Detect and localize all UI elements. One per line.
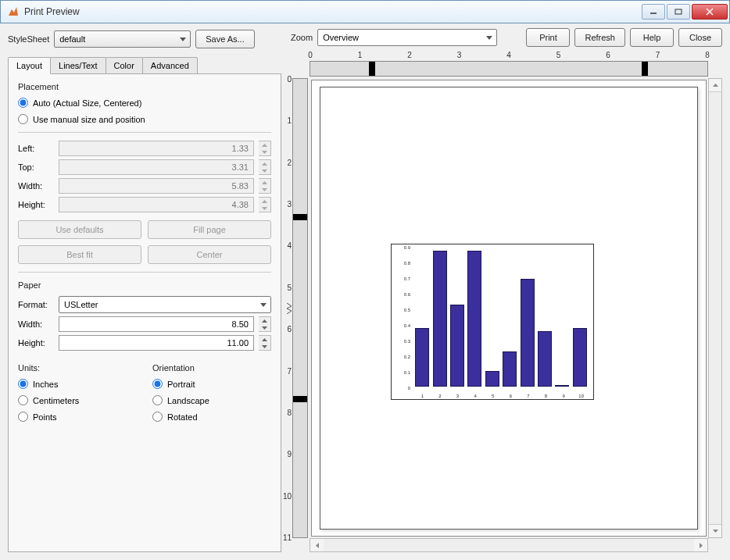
hruler-tick: 1 <box>358 51 363 59</box>
orientation-landscape-radio[interactable] <box>152 395 163 405</box>
chart-ytick: 0 <box>393 386 410 391</box>
placement-manual-radio[interactable] <box>18 114 28 124</box>
orientation-portrait-row[interactable]: Portrait <box>152 379 271 389</box>
refresh-button[interactable]: Refresh <box>574 28 625 47</box>
chart-xtick: 5 <box>492 394 494 398</box>
left-spinner <box>259 141 271 156</box>
help-button[interactable]: Help <box>630 28 674 47</box>
vruler-tick: 6 <box>277 325 292 334</box>
hruler-tick: 4 <box>506 51 511 59</box>
hruler-tick: 7 <box>656 51 660 59</box>
chart-xtick: 9 <box>562 394 564 398</box>
paper-width-spinner[interactable] <box>259 316 271 332</box>
chart-bar <box>555 385 569 387</box>
hruler-tick: 3 <box>457 51 462 59</box>
chart-bar <box>467 251 481 387</box>
vruler-tick: 3 <box>277 200 292 209</box>
tab-advanced[interactable]: Advanced <box>142 57 198 73</box>
center-button: Center <box>148 245 271 264</box>
placement-width-label: Width: <box>18 181 54 191</box>
horizontal-ruler[interactable]: 012345678 <box>310 61 708 77</box>
chart-ytick: 0.1 <box>393 370 410 375</box>
chart-ytick: 0.9 <box>393 245 410 250</box>
print-button[interactable]: Print <box>526 28 570 47</box>
zoom-label: Zoom <box>291 33 313 42</box>
tabs: Layout Lines/Text Color Advanced <box>8 55 281 73</box>
placement-height-field <box>59 197 254 212</box>
paper-format-select[interactable]: USLetter <box>59 296 271 313</box>
save-as-button[interactable]: Save As... <box>195 30 255 48</box>
chart-ytick: 0.7 <box>393 276 410 281</box>
units-cm-row[interactable]: Centimeters <box>18 395 137 405</box>
chart-bar <box>503 351 517 387</box>
vertical-scrollbar[interactable] <box>708 78 722 538</box>
hruler-tick: 6 <box>606 51 610 59</box>
minimize-button[interactable] <box>642 4 665 20</box>
svg-rect-1 <box>675 9 682 14</box>
placement-manual-row[interactable]: Use manual size and position <box>18 114 271 124</box>
left-field <box>59 141 254 156</box>
placement-auto-radio[interactable] <box>18 98 28 108</box>
tab-color[interactable]: Color <box>106 57 143 73</box>
scroll-right-icon[interactable] <box>694 539 707 551</box>
chart-bar <box>538 331 552 387</box>
vruler-tick: 5 <box>277 283 292 291</box>
placement-auto-row[interactable]: Auto (Actual Size, Centered) <box>18 98 271 108</box>
paper-format-label: Format: <box>18 300 54 309</box>
vruler-tick: 7 <box>277 366 292 375</box>
stylesheet-label: StyleSheet <box>8 34 49 44</box>
left-label: Left: <box>18 144 54 153</box>
fill-page-button: Fill page <box>148 220 271 239</box>
paper-width-label: Width: <box>18 319 54 329</box>
chart-bar <box>573 328 587 387</box>
vruler-tick: 8 <box>277 408 292 416</box>
scroll-down-icon[interactable] <box>709 524 721 537</box>
units-points-label: Points <box>33 412 57 422</box>
orientation-rotated-row[interactable]: Rotated <box>152 412 271 422</box>
units-inches-row[interactable]: Inches <box>18 379 137 389</box>
maximize-button[interactable] <box>667 4 690 20</box>
vruler-tick: 0 <box>277 75 292 84</box>
units-points-radio[interactable] <box>18 412 28 422</box>
units-cm-label: Centimeters <box>33 396 79 405</box>
chart-bar <box>433 251 447 387</box>
orientation-portrait-radio[interactable] <box>152 379 163 389</box>
chart-ytick: 0.2 <box>393 355 410 359</box>
chart-xtick: 3 <box>456 394 459 398</box>
orientation-rotated-radio[interactable] <box>152 412 163 422</box>
units-inches-label: Inches <box>33 380 58 389</box>
vruler-tick: 9 <box>277 450 292 458</box>
orientation-rotated-label: Rotated <box>167 412 198 422</box>
hruler-tick: 8 <box>705 51 710 59</box>
orientation-label: Orientation <box>152 363 271 373</box>
top-label: Top: <box>18 162 54 172</box>
zoom-select[interactable]: Overview <box>317 29 497 46</box>
close-button[interactable]: Close <box>678 28 722 47</box>
hruler-tick: 0 <box>308 51 313 59</box>
units-points-row[interactable]: Points <box>18 412 137 422</box>
ruler-handle-icon[interactable] <box>287 303 293 314</box>
chart-xtick: 1 <box>421 394 424 398</box>
scroll-up-icon[interactable] <box>709 79 721 92</box>
horizontal-scrollbar[interactable] <box>310 538 708 552</box>
tab-layout[interactable]: Layout <box>8 57 51 74</box>
units-inches-radio[interactable] <box>18 379 28 389</box>
scroll-left-icon[interactable] <box>310 539 324 551</box>
paper-height-field[interactable] <box>59 335 254 351</box>
preview-canvas: 00.10.20.30.40.50.60.70.80.9 12345678910 <box>311 80 707 537</box>
matlab-icon <box>7 5 20 18</box>
paper-height-spinner[interactable] <box>259 335 271 351</box>
vruler-tick: 10 <box>277 491 292 500</box>
units-cm-radio[interactable] <box>18 395 28 405</box>
vertical-ruler[interactable]: 01234567891011 <box>292 78 308 538</box>
preview-page: 00.10.20.30.40.50.60.70.80.9 12345678910 <box>320 87 698 530</box>
stylesheet-select[interactable]: default <box>54 30 191 48</box>
chart-xtick: 7 <box>527 394 529 398</box>
paper-height-label: Height: <box>18 338 54 348</box>
chart-bar <box>485 371 499 387</box>
top-spinner <box>259 159 271 175</box>
paper-width-field[interactable] <box>59 316 254 332</box>
orientation-landscape-row[interactable]: Landscape <box>152 395 271 405</box>
tab-lines-text[interactable]: Lines/Text <box>50 57 106 73</box>
close-window-button[interactable] <box>692 4 728 20</box>
